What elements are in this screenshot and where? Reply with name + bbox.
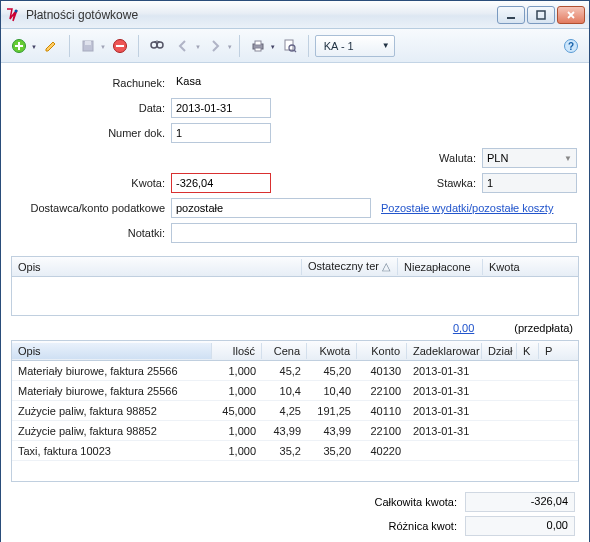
col-cena[interactable]: Cena <box>262 343 307 359</box>
col-kwota[interactable]: Kwota <box>483 259 553 275</box>
cell-zadekl <box>407 449 482 453</box>
cell-zadekl: 2013-01-31 <box>407 403 482 419</box>
titlebar: Płatności gotówkowe <box>1 1 589 29</box>
table-row[interactable]: Materiały biurowe, faktura 255661,00045,… <box>12 361 578 381</box>
next-button[interactable] <box>203 34 227 58</box>
form-area: Rachunek: Kasa Data: Numer dok. Waluta: … <box>1 63 589 250</box>
close-button[interactable] <box>557 6 585 24</box>
dostawca-field[interactable] <box>171 198 371 218</box>
lines-grid[interactable]: Opis Ilość Cena Kwota Konto Zadeklarowar… <box>11 340 579 482</box>
table-row[interactable]: Materiały biurowe, faktura 255661,00010,… <box>12 381 578 401</box>
dropdown-caret-icon[interactable]: ▼ <box>195 44 201 50</box>
waluta-label: Waluta: <box>412 152 482 164</box>
cell-ilosc: 1,000 <box>212 423 262 439</box>
svg-point-8 <box>151 42 157 48</box>
cell-p <box>539 389 561 393</box>
notatki-field[interactable] <box>171 223 577 243</box>
prepay-amount[interactable]: 0,00 <box>453 322 474 334</box>
cell-zadekl: 2013-01-31 <box>407 363 482 379</box>
help-button[interactable]: ? <box>559 34 583 58</box>
search-icon[interactable] <box>145 34 169 58</box>
cell-zadekl: 2013-01-31 <box>407 383 482 399</box>
rachunek-label: Rachunek: <box>13 77 171 89</box>
maximize-button[interactable] <box>527 6 555 24</box>
cell-opis: Zużycie paliw, faktura 98852 <box>12 403 212 419</box>
col-termin[interactable]: Ostateczny ter △ <box>302 258 398 275</box>
prepay-label: (przedpłata) <box>514 322 573 334</box>
table-row[interactable]: Zużycie paliw, faktura 988521,00043,9943… <box>12 421 578 441</box>
dropdown-caret-icon[interactable]: ▼ <box>100 44 106 50</box>
numer-field[interactable] <box>171 123 271 143</box>
waluta-combo[interactable]: PLN ▼ <box>482 148 577 168</box>
cell-k <box>517 449 539 453</box>
add-button[interactable] <box>7 34 31 58</box>
col-p[interactable]: P <box>539 343 561 359</box>
preview-button[interactable] <box>278 34 302 58</box>
cell-ilosc: 1,000 <box>212 363 262 379</box>
cell-cena: 43,99 <box>262 423 307 439</box>
table-row[interactable]: Taxi, faktura 100231,00035,235,2040220 <box>12 441 578 461</box>
chevron-down-icon: ▼ <box>382 41 390 50</box>
edit-button[interactable] <box>39 34 63 58</box>
dropdown-caret-icon[interactable]: ▼ <box>270 44 276 50</box>
minimize-button[interactable] <box>497 6 525 24</box>
cell-cena: 35,2 <box>262 443 307 459</box>
cell-opis: Taxi, faktura 10023 <box>12 443 212 459</box>
cell-dzial <box>482 369 517 373</box>
cell-dzial <box>482 409 517 413</box>
cell-p <box>539 369 561 373</box>
calkowita-value: -326,04 <box>465 492 575 512</box>
save-button[interactable] <box>76 34 100 58</box>
totals: Całkowita kwota: -326,04 Różnica kwot: 0… <box>1 482 589 542</box>
cell-p <box>539 409 561 413</box>
cell-p <box>539 449 561 453</box>
svg-rect-1 <box>507 17 515 19</box>
notatki-label: Notatki: <box>13 227 171 239</box>
cell-kwota: 35,20 <box>307 443 357 459</box>
col-dzial[interactable]: Dział <box>482 343 517 359</box>
dropdown-caret-icon[interactable]: ▼ <box>227 44 233 50</box>
register-combo[interactable]: KA - 1 ▼ <box>315 35 395 57</box>
cell-k <box>517 429 539 433</box>
cell-cena: 10,4 <box>262 383 307 399</box>
cell-dzial <box>482 429 517 433</box>
cell-dzial <box>482 449 517 453</box>
cell-konto: 22100 <box>357 423 407 439</box>
cell-zadekl: 2013-01-31 <box>407 423 482 439</box>
col-niezaplacone[interactable]: Niezapłacone <box>398 259 483 275</box>
svg-rect-11 <box>255 41 261 45</box>
col-opis[interactable]: Opis <box>12 259 302 275</box>
svg-point-9 <box>157 42 163 48</box>
col-ilosc[interactable]: Ilość <box>212 343 262 359</box>
table-row[interactable]: Zużycie paliw, faktura 9885245,0004,2519… <box>12 401 578 421</box>
col-kwota[interactable]: Kwota <box>307 343 357 359</box>
app-icon <box>5 7 21 23</box>
print-button[interactable] <box>246 34 270 58</box>
koszty-link[interactable]: Pozostałe wydatki/pozostałe koszty <box>381 202 553 214</box>
col-zadekl[interactable]: Zadeklarowar <box>407 343 482 359</box>
delete-button[interactable] <box>108 34 132 58</box>
stawka-label: Stawka: <box>412 177 482 189</box>
stawka-field[interactable] <box>482 173 577 193</box>
cell-k <box>517 409 539 413</box>
cell-ilosc: 45,000 <box>212 403 262 419</box>
data-field[interactable] <box>171 98 271 118</box>
col-konto[interactable]: Konto <box>357 343 407 359</box>
svg-rect-12 <box>255 48 261 51</box>
data-label: Data: <box>13 102 171 114</box>
cell-opis: Zużycie paliw, faktura 98852 <box>12 423 212 439</box>
col-k[interactable]: K <box>517 343 539 359</box>
payments-grid[interactable]: Opis Ostateczny ter △ Niezapłacone Kwota <box>11 256 579 316</box>
svg-rect-5 <box>85 41 91 45</box>
roznica-label: Różnica kwot: <box>389 520 465 532</box>
cell-ilosc: 1,000 <box>212 443 262 459</box>
cell-cena: 4,25 <box>262 403 307 419</box>
dropdown-caret-icon[interactable]: ▼ <box>31 44 37 50</box>
dostawca-label: Dostawca/konto podatkowe <box>13 202 171 214</box>
prev-button[interactable] <box>171 34 195 58</box>
col-opis[interactable]: Opis <box>12 343 212 359</box>
cell-konto: 40130 <box>357 363 407 379</box>
cell-kwota: 191,25 <box>307 403 357 419</box>
svg-rect-2 <box>537 11 545 19</box>
kwota-field[interactable] <box>171 173 271 193</box>
